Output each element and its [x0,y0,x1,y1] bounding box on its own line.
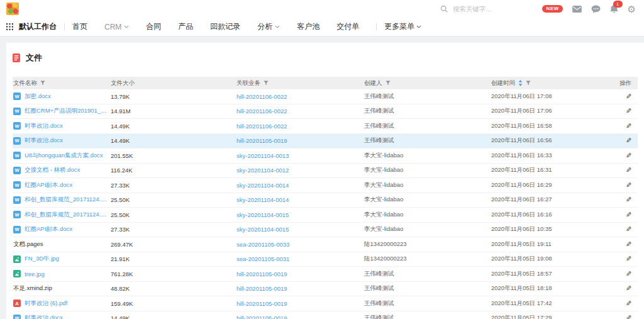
nav-item-home[interactable]: 首页 [72,21,87,32]
table-row[interactable]: 文档.pages269.47Ksea-20201105-0033陆1342000… [13,237,638,252]
created-time: 2020年11月05日 19:08 [491,255,616,263]
edit-pencil-button[interactable]: ✎ [626,284,631,293]
file-name-link[interactable]: tree.jpg [25,271,45,277]
edit-pencil-button[interactable]: ✎ [626,92,631,101]
file-size: 159.49K [110,300,236,307]
nav-item-label: 客户池 [297,21,319,32]
related-business-link[interactable]: sky-20201104-0014 [236,196,289,203]
file-name-link[interactable]: 时事政治.docx [25,122,63,130]
table-row[interactable]: W时事政治.docx14.49Khill-20201106-0022王伟峰测试2… [13,119,638,134]
related-business-link[interactable]: sky-20201104-0013 [236,152,289,159]
related-business-link[interactable]: hill-20201105-0019 [236,300,287,307]
file-name-link[interactable]: 时事政治.docx [25,314,63,319]
file-size: 761.28K [110,271,236,277]
related-business-link[interactable]: sky-20201104-0015 [236,211,289,218]
filter-funnel-icon[interactable] [526,81,531,86]
edit-pencil-button[interactable]: ✎ [626,240,631,249]
file-name-link[interactable]: U8与hongquan集成方案.docx [25,152,103,160]
related-business-link[interactable]: hill-20201105-0019 [236,137,287,144]
app-logo[interactable] [6,3,19,15]
table-row[interactable]: W红圈API副本.docx27.33Ksky-20201104-0014李大宝-… [13,178,638,193]
file-name-link[interactable]: 加密.docx [25,92,51,101]
nav-item-crm[interactable]: CRM [104,23,129,31]
edit-pencil-button[interactable]: ✎ [626,122,631,130]
edit-pencil-button[interactable]: ✎ [626,270,631,278]
table-row[interactable]: W红圈API副本.docx27.33Ksky-20201104-0015李大宝-… [13,223,638,238]
related-business-link[interactable]: hill-20201106-0022 [236,93,287,100]
edit-pencil-button[interactable]: ✎ [626,166,631,174]
nav-item-customer-pool[interactable]: 客户池 [297,21,319,32]
table-row[interactable]: WU8与hongquan集成方案.docx201.55Ksky-20201104… [13,148,638,164]
file-name-link[interactable]: 交接文档 - 林桥.docx [25,166,80,174]
file-name-link[interactable]: FN_3D牛.jpg [25,255,59,263]
column-header-0[interactable]: 文件名称 [13,79,110,87]
table-row[interactable]: W和创_数据库规范_20171124.doc25.50Ksky-20201104… [13,193,638,208]
related-business-link[interactable]: hill-20201105-0019 [236,315,287,319]
table-row[interactable]: W加密.docx13.79Khill-20201106-0022王伟峰测试202… [13,89,638,104]
filter-funnel-icon[interactable] [40,81,45,86]
chat-icon[interactable] [591,5,601,13]
edit-pencil-button[interactable]: ✎ [626,211,631,219]
creator: 王伟峰测试 [364,299,491,308]
table-row[interactable]: W红圈CRM+产品说明201901_前端...14.91Mhill-202011… [13,104,638,120]
search-input[interactable] [452,4,517,13]
related-business-link[interactable]: sea-20201105-0033 [236,241,289,248]
table-row[interactable]: W交接文档 - 林桥.docx116.24Ksky-20201104-0012李… [13,164,638,179]
edit-pencil-button[interactable]: ✎ [626,196,631,204]
table-row[interactable]: FN_3D牛.jpg21.91Ksea-20201105-0031陆134200… [13,252,638,267]
pdf-file-icon: A [13,299,21,307]
related-business-link[interactable]: sea-20201105-0031 [236,255,289,262]
nav-item-payment-records[interactable]: 回款记录 [210,21,240,32]
column-header-label: 创建人 [364,79,382,87]
word-file-icon: W [13,152,21,159]
edit-pencil-button[interactable]: ✎ [626,225,631,233]
related-business-link[interactable]: sky-20201104-0012 [236,167,289,174]
related-business-link[interactable]: hill-20201105-0019 [236,271,287,277]
edit-pencil-button[interactable]: ✎ [626,137,631,145]
new-badge[interactable]: NEW [542,5,562,13]
nav-item-product[interactable]: 产品 [178,21,193,32]
table-row[interactable]: W时事政治.docx14.49Khill-20201105-0019王伟峰测试2… [13,134,638,149]
column-header-3[interactable]: 创建人 [364,79,491,87]
filter-funnel-icon[interactable] [264,81,269,86]
table-row[interactable]: W和创_数据库规范_20171124.doc25.50Ksky-20201104… [13,208,638,223]
table-row[interactable]: A时事政治 (6).pdf159.49Khill-20201105-0019王伟… [13,296,638,311]
file-name-link[interactable]: 和创_数据库规范_20171124.doc [25,211,109,219]
edit-pencil-button[interactable]: ✎ [626,181,631,189]
settings-gear-icon[interactable]: ⚙ [628,4,636,14]
nav-item-contract[interactable]: 合同 [146,21,161,32]
related-business-link[interactable]: hill-20201105-0019 [236,285,287,292]
nav-item-delivery-order[interactable]: 交付单 [336,21,359,32]
table-row[interactable]: W时事政治.docx14.49Khill-20201105-0019王伟峰测试2… [13,311,638,319]
edit-pencil-button[interactable]: ✎ [626,255,631,263]
more-menu-button[interactable]: 更多菜单 [384,21,421,32]
column-header-4[interactable]: 创建时间 [491,79,616,87]
related-business-link[interactable]: hill-20201106-0022 [236,108,287,115]
filter-funnel-icon[interactable] [386,81,391,86]
mail-icon[interactable] [572,6,582,13]
edit-pencil-button[interactable]: ✎ [626,299,631,308]
global-search[interactable] [440,0,517,18]
related-business-link[interactable]: hill-20201106-0022 [236,123,287,130]
related-business-link[interactable]: sky-20201104-0014 [236,182,289,189]
edit-pencil-button[interactable]: ✎ [626,107,631,115]
sort-icon[interactable] [518,80,523,86]
creator: 李大宝-lidabao [364,166,491,174]
file-name-link[interactable]: 时事政治.docx [25,137,63,145]
edit-pencil-button[interactable]: ✎ [626,152,631,160]
column-header-2[interactable]: 关联业务 [236,79,364,87]
table-row[interactable]: 不足.xmind.zip48.82Khill-20201105-0019王伟峰测… [13,282,638,297]
related-business-link[interactable]: sky-20201104-0015 [236,226,289,233]
file-name-link[interactable]: 和创_数据库规范_20171124.doc [25,196,109,204]
file-name-link[interactable]: 红圈API副本.docx [25,225,72,233]
table-row[interactable]: tree.jpg761.28Khill-20201105-0019王伟峰测试20… [13,267,638,282]
nav-item-analysis[interactable]: 分析 [257,21,280,32]
file-name-link[interactable]: 红圈CRM+产品说明201901_前端... [25,107,109,115]
app-grid-icon[interactable] [6,23,13,30]
workspace-title[interactable]: 默认工作台 [19,21,57,32]
edit-pencil-button[interactable]: ✎ [626,314,631,319]
notifications-bell-icon[interactable]: 1 [610,4,618,13]
file-name-link[interactable]: 红圈API副本.docx [25,181,72,189]
file-name-link[interactable]: 时事政治 (6).pdf [25,299,67,308]
file-size: 14.49K [110,137,236,144]
